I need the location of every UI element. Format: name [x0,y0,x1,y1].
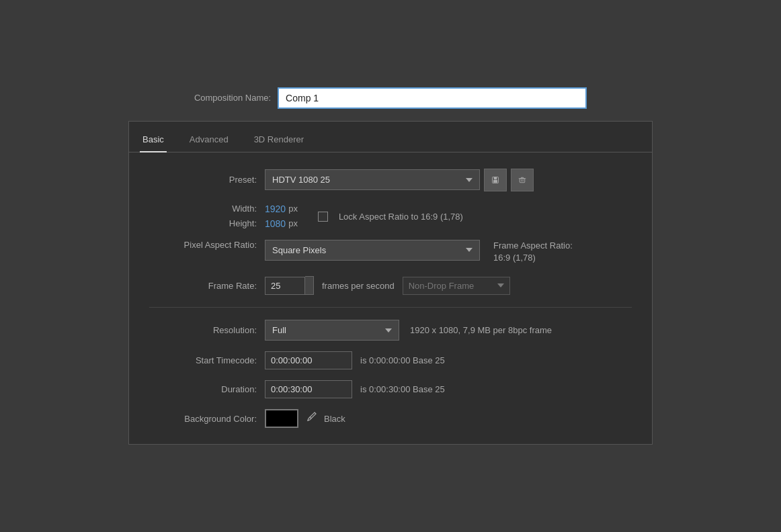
comp-name-input[interactable] [278,87,587,109]
tab-panel: Basic Advanced 3D Renderer Preset: HDTV … [128,121,653,445]
start-timecode-row: Start Timecode: is 0:00:00:00 Base 25 [149,351,632,369]
delete-preset-button[interactable] [511,169,534,191]
lock-aspect-ratio-row: Lock Aspect Ratio to 16:9 (1,78) [318,212,463,222]
lock-aspect-checkbox[interactable] [318,212,328,222]
svg-rect-1 [494,177,497,179]
frame-rate-label: Frame Rate: [149,281,257,291]
duration-row: Duration: is 0:00:30:00 Base 25 [149,380,632,398]
comp-name-row: Composition Name: [128,87,653,109]
tab-content-basic: Preset: HDTV 1080 25 [129,152,652,444]
non-drop-select[interactable]: Non-Drop Frame [403,277,510,295]
height-row: Height: 1080 px [149,218,298,229]
start-timecode-label: Start Timecode: [149,355,257,365]
width-value[interactable]: 1920 [265,204,286,214]
bg-color-name: Black [324,414,345,424]
resolution-row: Resolution: Full Half Third Quarter Cust… [149,320,632,341]
preset-label: Preset: [149,175,257,185]
width-row: Width: 1920 px [149,204,298,214]
preset-row: Preset: HDTV 1080 25 [149,169,632,191]
frame-rate-dropdown[interactable] [305,276,314,295]
frame-aspect-info: Frame Aspect Ratio: 16:9 (1,78) [493,240,573,264]
width-unit: px [288,204,298,214]
lock-aspect-label: Lock Aspect Ratio to 16:9 (1,78) [339,212,463,222]
height-unit: px [288,218,298,228]
height-label: Height: [149,218,257,228]
pixel-aspect-select[interactable]: Square Pixels [265,240,480,261]
tab-basic[interactable]: Basic [140,130,167,152]
height-value[interactable]: 1080 [265,218,286,229]
pixel-aspect-label: Pixel Aspect Ratio: [149,240,257,250]
frame-rate-row: Frame Rate: frames per second Non-Drop F… [149,276,632,308]
comp-name-label: Composition Name: [194,93,271,103]
duration-label: Duration: [149,384,257,394]
eyedropper-icon[interactable] [305,411,317,426]
composition-settings-dialog: Composition Name: Basic Advanced 3D Rend… [115,74,666,458]
resolution-label: Resolution: [149,325,257,335]
resolution-select[interactable]: Full Half Third Quarter Custom [265,320,399,341]
bg-color-swatch[interactable] [265,409,298,428]
svg-point-4 [308,420,309,421]
preset-select[interactable]: HDTV 1080 25 [265,169,480,190]
bg-color-label: Background Color: [149,414,257,424]
pixel-aspect-row: Pixel Aspect Ratio: Square Pixels Frame … [149,240,632,264]
width-label: Width: [149,204,257,214]
start-timecode-input[interactable] [265,351,352,369]
tab-advanced[interactable]: Advanced [187,130,231,152]
fps-label: frames per second [322,281,395,291]
save-preset-button[interactable] [484,169,507,191]
frame-rate-input[interactable] [265,277,305,295]
frame-aspect-value: 16:9 (1,78) [493,252,573,264]
svg-rect-2 [493,180,497,183]
duration-input[interactable] [265,380,352,398]
frame-aspect-label: Frame Aspect Ratio: [493,240,573,252]
tab-3d-renderer[interactable]: 3D Renderer [251,130,306,152]
bg-color-row: Background Color: Black [149,409,632,428]
resolution-info: 1920 x 1080, 7,9 MB per 8bpc frame [410,325,552,335]
svg-rect-3 [520,179,525,183]
tabs: Basic Advanced 3D Renderer [129,122,652,152]
start-timecode-info: is 0:00:00:00 Base 25 [360,355,445,365]
duration-info: is 0:00:30:00 Base 25 [360,384,445,394]
